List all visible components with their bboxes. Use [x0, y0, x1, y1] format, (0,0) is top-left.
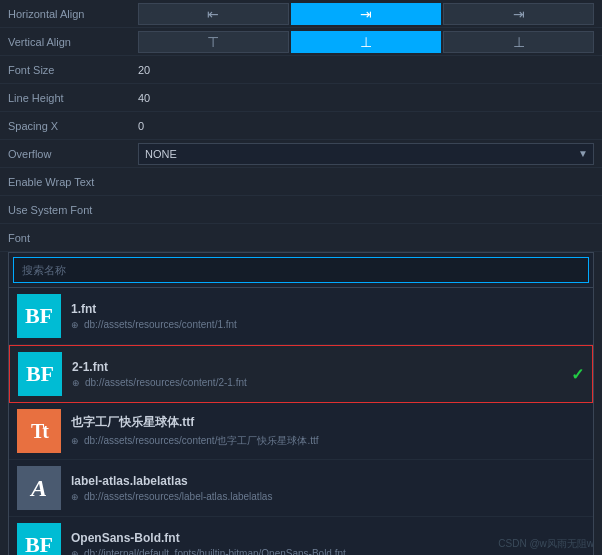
selected-checkmark: ✓	[571, 365, 584, 384]
horizontal-align-row: Horizontal Align ⇤ ⇥ ⇥	[0, 0, 602, 28]
font-size-row: Font Size 20	[0, 56, 602, 84]
font-item-path: ⊕ db://assets/resources/content/也字工厂快乐星球…	[71, 434, 585, 448]
font-item-icon: Tt	[17, 409, 61, 453]
font-path-icon: ⊕	[71, 492, 81, 502]
properties-panel: Horizontal Align ⇤ ⇥ ⇥ Vertical Align ⊤ …	[0, 0, 602, 555]
spacing-x-value: 0	[138, 120, 594, 132]
font-path-icon: ⊕	[71, 549, 81, 556]
use-system-font-label: Use System Font	[8, 204, 138, 216]
font-item-path: ⊕ db://assets/resources/content/2-1.fnt	[72, 377, 563, 388]
font-item-info: 2-1.fnt ⊕ db://assets/resources/content/…	[72, 360, 563, 388]
font-path-icon: ⊕	[71, 320, 81, 330]
line-height-label: Line Height	[8, 92, 138, 104]
font-item-selected[interactable]: BF 2-1.fnt ⊕ db://assets/resources/conte…	[9, 345, 593, 403]
font-item-name: 2-1.fnt	[72, 360, 563, 374]
enable-wrap-text-label: Enable Wrap Text	[8, 176, 138, 188]
overflow-label: Overflow	[8, 148, 138, 160]
font-item-info: 也字工厂快乐星球体.ttf ⊕ db://assets/resources/co…	[71, 414, 585, 448]
font-path-icon: ⊕	[71, 436, 81, 446]
line-height-row: Line Height 40	[0, 84, 602, 112]
font-search-input[interactable]	[13, 257, 589, 283]
font-item-name: 1.fnt	[71, 302, 585, 316]
font-size-value: 20	[138, 64, 594, 76]
v-align-middle-btn[interactable]: ⊥	[291, 31, 442, 53]
h-align-right-btn[interactable]: ⇥	[443, 3, 594, 25]
font-item-path: ⊕ db://assets/resources/label-atlas.labe…	[71, 491, 585, 502]
font-row: Font	[0, 224, 602, 252]
vertical-align-group: ⊤ ⊥ ⊥	[138, 31, 594, 53]
watermark: CSDN @w风雨无阻w	[498, 537, 594, 551]
font-item-info: 1.fnt ⊕ db://assets/resources/content/1.…	[71, 302, 585, 330]
font-item-name: 也字工厂快乐星球体.ttf	[71, 414, 585, 431]
spacing-x-label: Spacing X	[8, 120, 138, 132]
font-item-path: ⊕ db://assets/resources/content/1.fnt	[71, 319, 585, 330]
font-size-label: Font Size	[8, 64, 138, 76]
font-item[interactable]: A label-atlas.labelatlas ⊕ db://assets/r…	[9, 460, 593, 517]
overflow-dropdown[interactable]: NONE ▼	[138, 143, 594, 165]
font-picker-panel: BF 1.fnt ⊕ db://assets/resources/content…	[8, 252, 594, 555]
v-align-bottom-btn[interactable]: ⊥	[443, 31, 594, 53]
font-item-name: label-atlas.labelatlas	[71, 474, 585, 488]
font-search-wrap	[9, 253, 593, 288]
vertical-align-label: Vertical Align	[8, 36, 138, 48]
h-align-center-btn[interactable]: ⇥	[291, 3, 442, 25]
font-item-icon: BF	[18, 352, 62, 396]
font-item-icon: BF	[17, 294, 61, 338]
font-label: Font	[8, 232, 138, 244]
overflow-value[interactable]: NONE	[138, 143, 594, 165]
font-path-icon: ⊕	[72, 378, 82, 388]
h-align-left-btn[interactable]: ⇤	[138, 3, 289, 25]
enable-wrap-text-row: Enable Wrap Text	[0, 168, 602, 196]
vertical-align-row: Vertical Align ⊤ ⊥ ⊥	[0, 28, 602, 56]
line-height-value: 40	[138, 92, 594, 104]
font-item-info: label-atlas.labelatlas ⊕ db://assets/res…	[71, 474, 585, 502]
spacing-x-row: Spacing X 0	[0, 112, 602, 140]
font-item[interactable]: BF 1.fnt ⊕ db://assets/resources/content…	[9, 288, 593, 345]
font-list: BF 1.fnt ⊕ db://assets/resources/content…	[9, 288, 593, 555]
use-system-font-row: Use System Font	[0, 196, 602, 224]
overflow-row: Overflow NONE ▼	[0, 140, 602, 168]
v-align-top-btn[interactable]: ⊤	[138, 31, 289, 53]
font-item-icon: A	[17, 466, 61, 510]
font-item-icon: BF	[17, 523, 61, 555]
font-item[interactable]: Tt 也字工厂快乐星球体.ttf ⊕ db://assets/resources…	[9, 403, 593, 460]
horizontal-align-label: Horizontal Align	[8, 8, 138, 20]
horizontal-align-group: ⇤ ⇥ ⇥	[138, 3, 594, 25]
